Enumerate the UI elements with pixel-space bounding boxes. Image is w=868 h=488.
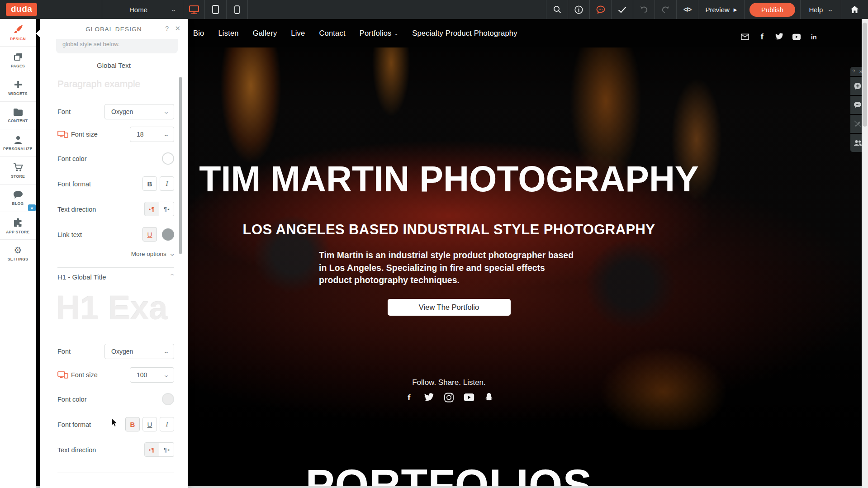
search-button[interactable]	[546, 0, 568, 19]
h1-text-direction-row: Text direction ▸¶ ¶◂	[57, 442, 174, 458]
panel-help-icon[interactable]: ?	[165, 25, 169, 32]
toolbar-help-icon[interactable]: ?	[853, 69, 855, 74]
instagram-icon[interactable]	[444, 392, 454, 403]
sidebar-label: CONTENT	[8, 118, 28, 123]
editor-topbar: duda Home ⌄	[0, 0, 868, 19]
save-check-button[interactable]	[611, 0, 633, 19]
dev-mode-button[interactable]: </>	[676, 0, 698, 19]
nav-link-listen[interactable]: Listen	[218, 29, 238, 38]
sidebar-item-widgets[interactable]: WIDGETS	[0, 74, 36, 102]
font-value: Oxygen	[111, 108, 133, 115]
h1-font-color-swatch[interactable]	[162, 393, 174, 405]
font-format-label: Font format	[57, 176, 91, 192]
sidebar-label: STORE	[11, 174, 25, 179]
sidebar-item-settings[interactable]: ⚙ SETTINGS	[0, 240, 36, 267]
sidebar-item-app-store[interactable]: APP STORE	[0, 212, 36, 240]
youtube-icon[interactable]	[792, 33, 801, 41]
hero-description[interactable]: Tim Martin is an industrial style produc…	[319, 249, 579, 287]
panel-title: GLOBAL DESIGN	[85, 26, 142, 33]
sidebar-item-personalize[interactable]: PERSONALIZE	[0, 129, 36, 157]
sidebar-item-design[interactable]: DESIGN	[0, 19, 36, 47]
collaborators-icon	[854, 140, 862, 146]
triangle-icon: ▸	[149, 448, 151, 452]
section-divider	[57, 267, 174, 268]
help-menu[interactable]: Help ⌄	[800, 0, 841, 19]
preview-label: Preview	[705, 6, 729, 14]
triangle-icon: ◂	[167, 207, 169, 211]
info-button[interactable]	[568, 0, 589, 19]
linkedin-icon[interactable]: in	[810, 33, 818, 41]
page-selector[interactable]: Home ⌄	[102, 0, 183, 19]
twitter-icon[interactable]	[775, 33, 783, 41]
site-scrollbar-thumb[interactable]	[863, 23, 867, 127]
link-color-swatch[interactable]	[162, 228, 174, 241]
text-direction-rtl-button[interactable]: ¶◂	[159, 442, 174, 457]
snapchat-icon[interactable]	[484, 392, 494, 403]
duda-logo[interactable]: duda	[6, 3, 37, 16]
underline-button[interactable]: U	[142, 417, 157, 431]
nav-link-portfolios-label: Portfolios	[360, 29, 392, 38]
nav-link-contact[interactable]: Contact	[319, 29, 345, 38]
italic-button[interactable]: I	[160, 176, 174, 191]
text-direction-ltr-button[interactable]: ▸¶	[144, 202, 159, 216]
hero-social-links: f	[404, 392, 494, 403]
help-label: Help	[809, 6, 823, 14]
check-icon	[618, 6, 626, 13]
underline-button[interactable]: U	[142, 227, 157, 242]
nav-link-specialty[interactable]: Specialty Product Photography	[412, 29, 517, 38]
sidebar-label: WIDGETS	[8, 91, 27, 96]
desktop-view-button[interactable]	[183, 0, 204, 19]
font-size-select[interactable]: 18 ⌄	[130, 127, 174, 142]
publish-button[interactable]: Publish	[749, 3, 795, 17]
font-color-swatch[interactable]	[162, 152, 174, 165]
font-select[interactable]: Oxygen ⌄	[104, 104, 174, 119]
more-options-link[interactable]: More options ⌄	[131, 251, 174, 257]
page-selector-value: Home	[129, 6, 147, 14]
facebook-icon[interactable]: f	[404, 392, 414, 403]
pilcrow-icon: ¶	[164, 446, 167, 453]
mobile-view-button[interactable]	[226, 0, 248, 19]
h1-font-size-row: Font size 100 ⌄	[57, 367, 174, 383]
h1-section-title: H1 - Global Title	[57, 273, 106, 281]
search-icon	[553, 5, 561, 14]
email-icon[interactable]	[741, 33, 749, 41]
pilcrow-icon: ¶	[152, 446, 155, 453]
facebook-icon[interactable]: f	[758, 33, 766, 41]
undo-button[interactable]	[633, 0, 655, 19]
dashboard-home-button[interactable]	[841, 0, 868, 19]
panel-scrollbar[interactable]	[179, 77, 182, 254]
site-scrollbar[interactable]	[862, 19, 868, 488]
preview-button[interactable]: Preview ▶	[698, 0, 744, 19]
redo-button[interactable]	[655, 0, 676, 19]
sidebar-item-pages[interactable]: PAGES	[0, 47, 36, 74]
close-icon[interactable]: ✕	[175, 24, 180, 33]
tablet-view-button[interactable]	[204, 0, 226, 19]
app-store-star-badge: ★	[28, 204, 36, 211]
sidebar-label: SETTINGS	[8, 257, 28, 261]
bold-button[interactable]: B	[125, 417, 140, 431]
text-direction-rtl-button[interactable]: ¶◂	[159, 202, 174, 216]
twitter-icon[interactable]	[424, 392, 434, 403]
bold-button[interactable]: B	[142, 176, 157, 191]
paragraph-font-format-row: Font format B I	[57, 176, 174, 192]
sidebar-item-store[interactable]: STORE	[0, 157, 36, 185]
triangle-icon: ▸	[149, 207, 151, 211]
h1-font-select[interactable]: Oxygen ⌄	[104, 344, 174, 359]
sidebar-item-content[interactable]: CONTENT	[0, 102, 36, 129]
chevron-down-icon: ⌄	[163, 372, 170, 378]
italic-button[interactable]: I	[160, 417, 174, 431]
nav-link-gallery[interactable]: Gallery	[253, 29, 277, 38]
duda-editor: Bio Listen Gallery Live Contact Portfoli…	[0, 0, 868, 488]
nav-link-portfolios[interactable]: Portfolios⌄	[360, 29, 398, 38]
nav-link-bio[interactable]: Bio	[193, 29, 204, 38]
text-direction-ltr-button[interactable]: ▸¶	[144, 442, 159, 457]
h1-section-header[interactable]: H1 - Global Title ⌃	[57, 273, 174, 281]
view-portfolio-button[interactable]: View The Portfolio	[388, 299, 511, 316]
nav-link-live[interactable]: Live	[291, 29, 305, 38]
h1-font-size-select[interactable]: 100 ⌄	[130, 367, 174, 383]
global-design-panel: global style set below. GLOBAL DESIGN ? …	[40, 19, 188, 488]
play-icon: ▶	[734, 7, 737, 12]
youtube-icon[interactable]	[464, 392, 474, 403]
desktop-icon	[189, 5, 199, 14]
feedback-button[interactable]	[589, 0, 611, 19]
